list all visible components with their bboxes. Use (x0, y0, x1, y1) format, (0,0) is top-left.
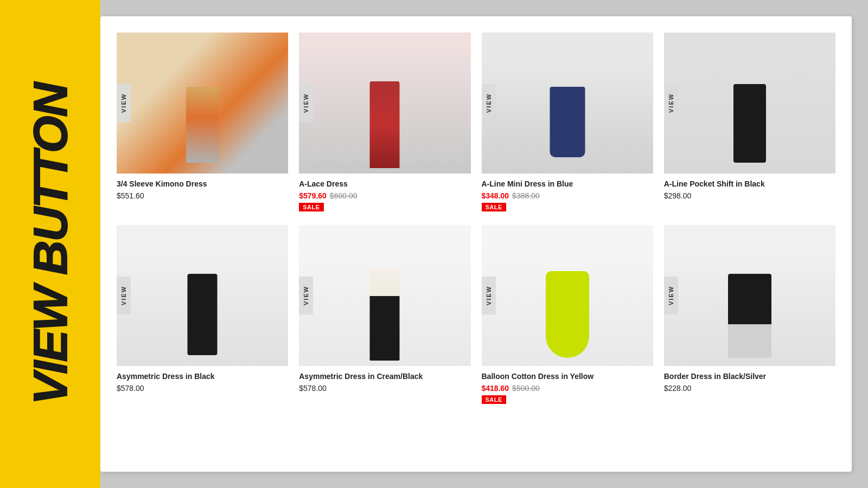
product-price: $348.00$388.00 (482, 191, 653, 200)
product-price: $228.00 (664, 384, 835, 393)
product-name: A-Line Pocket Shift in Black (664, 179, 835, 189)
product-info: A-Line Pocket Shift in Black$298.00 (664, 174, 835, 203)
product-card[interactable]: VIEWAsymmetric Dress in Black$578.00 (117, 225, 288, 407)
product-name: Balloon Cotton Dress in Yellow (482, 371, 653, 381)
product-name: Border Dress in Black/Silver (664, 371, 835, 381)
product-image-container: VIEW (482, 33, 653, 174)
product-image-container: VIEW (117, 225, 288, 366)
product-card[interactable]: VIEWA-Line Mini Dress in Blue$348.00$388… (482, 33, 653, 214)
product-grid: VIEW3/4 Sleeve Kimono Dress$551.60VIEWA-… (117, 33, 835, 407)
view-button[interactable]: VIEW (664, 277, 678, 314)
product-price: $579.60$600.00 (299, 191, 470, 200)
product-card[interactable]: VIEWAsymmetric Dress in Cream/Black$578.… (299, 225, 470, 407)
product-info: Asymmetric Dress in Cream/Black$578.00 (299, 366, 470, 395)
view-button[interactable]: VIEW (117, 84, 131, 122)
product-image-container: VIEW (664, 225, 835, 366)
product-name: Asymmetric Dress in Cream/Black (299, 371, 470, 381)
product-price: $578.00 (299, 384, 470, 393)
view-button[interactable]: VIEW (299, 84, 313, 122)
product-card[interactable]: VIEWBalloon Cotton Dress in Yellow$418.6… (482, 225, 653, 407)
product-price: $298.00 (664, 191, 835, 200)
product-name: A-Line Mini Dress in Blue (482, 179, 653, 189)
product-image-container: VIEW (117, 33, 288, 174)
product-info: 3/4 Sleeve Kimono Dress$551.60 (117, 174, 288, 203)
product-info: Balloon Cotton Dress in Yellow$418.60$50… (482, 366, 653, 407)
sidebar-label: VIEW BUTTON (27, 84, 74, 404)
sale-badge: SALE (482, 203, 506, 211)
original-price: $500.00 (512, 384, 540, 393)
view-button[interactable]: VIEW (482, 277, 496, 314)
product-info: Border Dress in Black/Silver$228.00 (664, 366, 835, 395)
sale-price: $579.60 (299, 191, 327, 200)
product-price: $418.60$500.00 (482, 384, 653, 393)
product-name: 3/4 Sleeve Kimono Dress (117, 179, 288, 189)
product-card[interactable]: VIEWBorder Dress in Black/Silver$228.00 (664, 225, 835, 407)
product-card[interactable]: VIEWA-Line Pocket Shift in Black$298.00 (664, 33, 835, 214)
product-price: $551.60 (117, 191, 288, 200)
product-card[interactable]: VIEW3/4 Sleeve Kimono Dress$551.60 (117, 33, 288, 214)
product-price: $578.00 (117, 384, 288, 393)
original-price: $600.00 (330, 191, 358, 200)
view-button[interactable]: VIEW (117, 277, 131, 314)
product-info: A-Line Mini Dress in Blue$348.00$388.00S… (482, 174, 653, 214)
view-button[interactable]: VIEW (482, 84, 496, 122)
product-image-container: VIEW (299, 225, 470, 366)
view-button[interactable]: VIEW (664, 84, 678, 122)
sale-badge: SALE (299, 203, 323, 211)
sale-price: $418.60 (482, 384, 509, 393)
product-name: A-Lace Dress (299, 179, 470, 189)
sale-price: $348.00 (482, 191, 509, 200)
sidebar: VIEW BUTTON (0, 0, 100, 488)
product-name: Asymmetric Dress in Black (117, 371, 288, 381)
original-price: $388.00 (512, 191, 540, 200)
product-image-container: VIEW (299, 33, 470, 174)
product-card[interactable]: VIEWA-Lace Dress$579.60$600.00SALE (299, 33, 470, 214)
product-info: Asymmetric Dress in Black$578.00 (117, 366, 288, 395)
main-content: VIEW3/4 Sleeve Kimono Dress$551.60VIEWA-… (100, 16, 852, 472)
product-info: A-Lace Dress$579.60$600.00SALE (299, 174, 470, 214)
view-button[interactable]: VIEW (299, 277, 313, 314)
sale-badge: SALE (482, 395, 506, 404)
product-image-container: VIEW (482, 225, 653, 366)
product-image-container: VIEW (664, 33, 835, 174)
